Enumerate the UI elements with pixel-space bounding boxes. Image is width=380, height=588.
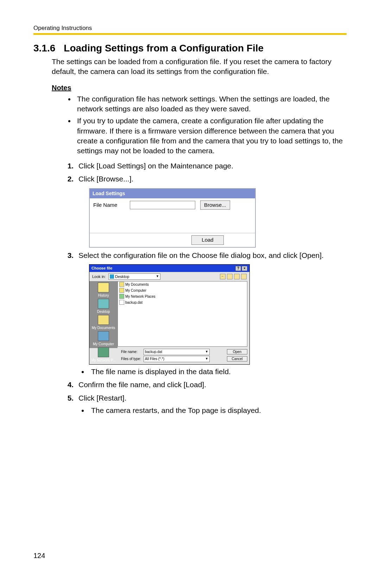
step-1: Click [Load Settings] on the Maintenance… <box>76 160 347 172</box>
chevron-down-icon: ▼ <box>156 274 159 279</box>
load-settings-panel: Load Settings File Name Browse... Load <box>89 188 256 248</box>
sidebar-my-network[interactable]: My Network P... <box>89 347 118 363</box>
places-sidebar: History Desktop My Documents My Computer… <box>89 281 118 348</box>
filetype-value: All Files (*.*) <box>145 356 164 361</box>
view-menu-icon[interactable] <box>241 274 247 279</box>
help-icon[interactable]: ? <box>235 266 241 271</box>
back-icon[interactable]: ← <box>220 274 226 279</box>
filetype-label: Files of type: <box>121 356 141 361</box>
header-rule <box>33 33 347 35</box>
filename-input[interactable] <box>130 201 195 209</box>
step-4: Confirm the file name, and click [Load]. <box>76 379 347 390</box>
list-item[interactable]: My Network Places <box>118 293 247 299</box>
network-icon <box>98 347 109 357</box>
page-number: 124 <box>33 552 45 560</box>
chevron-down-icon: ▼ <box>205 349 208 354</box>
list-item[interactable]: My Computer <box>118 287 247 293</box>
panel-titlebar: Load Settings <box>90 189 255 198</box>
up-folder-icon[interactable] <box>227 274 233 279</box>
step-5: Click [Restart]. The camera restarts, an… <box>76 392 347 416</box>
step-2: Click [Browse...]. Load Settings File Na… <box>76 173 347 248</box>
filename-label: File Name <box>93 201 125 209</box>
dialog-titlebar: Choose file ? × <box>89 265 249 272</box>
network-icon <box>119 294 124 299</box>
header-label: Operating Instructions <box>33 25 347 32</box>
file-list[interactable]: My Documents My Computer My Network Plac… <box>118 281 247 347</box>
list-item[interactable]: backup.dat <box>118 299 247 305</box>
folder-icon <box>119 282 124 287</box>
cancel-button[interactable]: Cancel <box>227 356 247 361</box>
sidebar-my-documents[interactable]: My Documents <box>89 315 118 330</box>
desktop-icon <box>110 274 114 279</box>
sidebar-my-computer[interactable]: My Computer <box>89 331 118 347</box>
file-name: My Computer <box>125 288 146 293</box>
chevron-down-icon: ▼ <box>205 357 208 361</box>
intro-paragraph: The settings can be loaded from a config… <box>52 57 347 77</box>
open-button[interactable]: Open <box>227 349 247 354</box>
folder-icon <box>98 315 109 325</box>
lookin-value: Desktop <box>115 274 129 280</box>
choose-file-dialog: Choose file ? × Look in: Desktop ▼ ← <box>89 264 250 365</box>
desktop-icon <box>98 299 109 309</box>
step-text: Click [Browse...]. <box>78 175 133 183</box>
filename-label: File name: <box>121 349 141 354</box>
load-button[interactable]: Load <box>191 235 223 245</box>
sidebar-item-label: My Computer <box>93 342 114 346</box>
dialog-title: Choose file <box>91 265 112 271</box>
step-text: Confirm the file name, and click [Load]. <box>78 380 206 389</box>
history-icon <box>98 283 109 292</box>
section-title: Loading Settings from a Configuration Fi… <box>64 43 264 54</box>
sidebar-desktop[interactable]: Desktop <box>89 299 118 314</box>
step-text: Click [Restart]. <box>78 394 127 402</box>
sidebar-history[interactable]: History <box>89 283 118 298</box>
sidebar-item-label: My Network P... <box>91 358 115 362</box>
notes-heading: Notes <box>52 84 347 92</box>
file-name: My Documents <box>125 282 149 287</box>
lookin-label: Look in: <box>92 274 106 280</box>
filename-value: backup.dat <box>145 349 162 354</box>
close-icon[interactable]: × <box>242 266 247 271</box>
list-item[interactable]: My Documents <box>118 281 247 287</box>
note-item: The configuration file has network setti… <box>75 94 347 114</box>
file-icon <box>119 300 124 305</box>
sidebar-item-label: My Documents <box>92 326 115 330</box>
step-3: Select the configuration file on the Cho… <box>76 250 347 377</box>
step-text: Click [Load Settings] on the Maintenance… <box>78 162 233 170</box>
browse-button[interactable]: Browse... <box>200 200 230 210</box>
sidebar-item-label: Desktop <box>97 310 110 314</box>
step-3-note: The file name is displayed in the data f… <box>88 366 347 377</box>
step-text: Select the configuration file on the Cho… <box>78 251 324 259</box>
section-number: 3.1.6 <box>33 43 55 54</box>
computer-icon <box>119 288 124 293</box>
filename-combobox[interactable]: backup.dat ▼ <box>144 349 210 355</box>
file-name: My Network Places <box>125 294 156 299</box>
lookin-dropdown[interactable]: Desktop ▼ <box>108 273 160 280</box>
note-item: If you try to update the camera, create … <box>75 116 347 156</box>
new-folder-icon[interactable] <box>234 274 240 279</box>
sidebar-item-label: History <box>98 293 109 297</box>
filetype-combobox[interactable]: All Files (*.*) ▼ <box>144 356 210 362</box>
file-name: backup.dat <box>125 300 142 305</box>
step-5-note: The camera restarts, and the Top page is… <box>88 405 347 416</box>
computer-icon <box>98 331 109 341</box>
